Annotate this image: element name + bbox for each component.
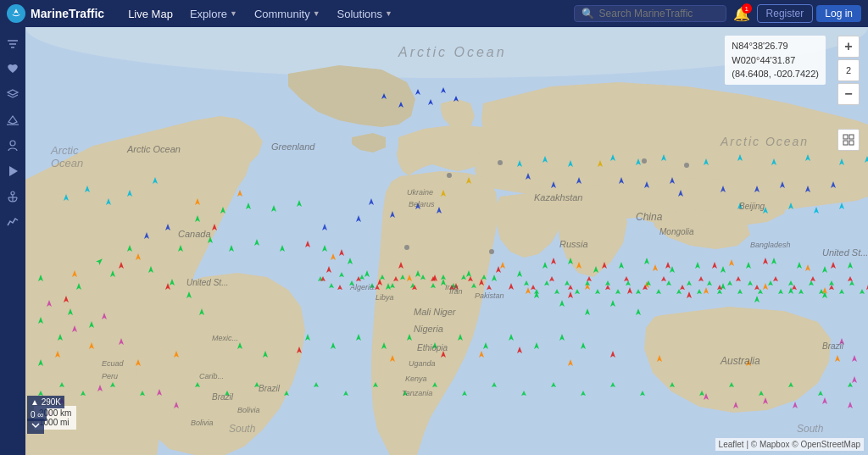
svg-text:South: South [797, 423, 824, 435]
person-button[interactable] [3, 136, 23, 156]
svg-line-4 [8, 95, 13, 97]
svg-text:Bolivia: Bolivia [237, 406, 260, 414]
svg-text:Tanzania: Tanzania [402, 389, 432, 397]
svg-text:Peru: Peru [102, 372, 118, 380]
svg-text:United St...: United St... [186, 278, 228, 287]
coordinates-display: N84°38'26.79 W020°44'31.87 (84.6408, -02… [725, 36, 826, 85]
svg-text:China: China [636, 211, 663, 223]
svg-rect-363 [849, 141, 854, 145]
svg-text:Ocean: Ocean [51, 157, 83, 169]
svg-point-203 [447, 173, 452, 178]
svg-marker-3 [8, 90, 18, 95]
svg-text:Arctic Ocean: Arctic Ocean [398, 45, 507, 59]
svg-text:Belarus: Belarus [409, 200, 435, 208]
solutions-arrow: ▼ [385, 9, 392, 18]
explore-arrow: ▼ [230, 9, 237, 18]
svg-text:Uganda: Uganda [409, 359, 436, 368]
zoom-in-button[interactable]: + [837, 36, 860, 58]
login-button[interactable]: Log in [816, 5, 861, 22]
layers-button[interactable] [3, 85, 23, 105]
zoom-controls: + 2 − [837, 36, 860, 105]
nav-explore[interactable]: Explore ▼ [183, 0, 244, 27]
svg-text:Iraq: Iraq [445, 283, 459, 291]
play-button[interactable] [3, 161, 23, 181]
vessels-button[interactable] [3, 110, 23, 130]
nav-solutions[interactable]: Solutions ▼ [331, 0, 399, 27]
notification-badge: 1 [742, 3, 752, 14]
svg-text:Bolivia: Bolivia [191, 419, 214, 427]
svg-text:Mexic...: Mexic... [212, 334, 238, 342]
map-style-button[interactable] [837, 129, 860, 151]
svg-text:Mongolia: Mongolia [659, 227, 694, 236]
logo-icon [7, 4, 25, 23]
svg-point-202 [498, 160, 503, 165]
vessel-counter: ▲ 290K [27, 396, 64, 408]
svg-text:Ukraine: Ukraine [407, 188, 433, 197]
svg-text:United St...: United St... [822, 247, 868, 258]
logo-text: MarineTraffic [31, 7, 104, 20]
nav-live-map[interactable]: Live Map [121, 0, 180, 27]
svg-text:Algeria: Algeria [349, 283, 374, 291]
svg-text:Kazakhstan: Kazakhstan [534, 192, 582, 203]
header: MarineTraffic Live Map Explore ▼ Communi… [0, 0, 868, 27]
svg-text:Mali Niger: Mali Niger [414, 307, 457, 317]
svg-rect-361 [849, 135, 854, 139]
lat-coord: N84°38'26.79 [732, 39, 819, 53]
community-arrow: ▼ [313, 9, 320, 18]
svg-rect-362 [843, 141, 848, 145]
notifications-button[interactable]: 🔔 1 [730, 2, 754, 25]
svg-point-200 [642, 158, 647, 164]
logo-area[interactable]: MarineTraffic [7, 4, 104, 23]
svg-text:Libya: Libya [376, 293, 394, 302]
svg-text:Russia: Russia [559, 239, 588, 249]
svg-rect-360 [843, 135, 848, 139]
svg-text:Nigeria: Nigeria [414, 324, 443, 334]
search-input[interactable] [599, 8, 719, 19]
anchor-button[interactable] [3, 186, 23, 207]
svg-point-205 [489, 249, 494, 254]
register-button[interactable]: Register [757, 4, 814, 23]
svg-text:Bangladesh: Bangladesh [750, 241, 791, 249]
svg-text:Ethiopia: Ethiopia [417, 343, 448, 352]
lon-coord: W020°44'31.87 [732, 53, 819, 68]
svg-text:Arctic Ocean: Arctic Ocean [126, 144, 181, 154]
svg-text:Canada: Canada [178, 229, 211, 239]
search-area[interactable]: 🔍 [574, 5, 726, 22]
svg-point-9 [11, 191, 14, 195]
svg-point-7 [10, 141, 15, 146]
svg-text:Beijing: Beijing [739, 202, 765, 211]
world-map: Arctic Ocean Greenland Canada United St.… [25, 27, 868, 455]
expand-button[interactable] [27, 419, 44, 434]
svg-text:Brazil: Brazil [259, 384, 281, 393]
svg-text:Arctic Ocean: Arctic Ocean [720, 135, 809, 148]
zoom-out-button[interactable]: − [837, 83, 860, 105]
svg-text:Arctic: Arctic [50, 144, 79, 157]
svg-text:Brazil: Brazil [212, 392, 234, 402]
svg-text:Ecuad: Ecuad [102, 359, 125, 368]
svg-text:Australia: Australia [720, 355, 760, 367]
svg-text:Greenland: Greenland [271, 141, 315, 152]
svg-line-5 [13, 95, 18, 97]
analytics-button[interactable] [3, 212, 23, 232]
decimal-coord: (84.6408, -020.7422) [732, 67, 819, 81]
svg-marker-8 [9, 166, 18, 176]
sidebar [0, 27, 25, 455]
map-attribution: Leaflet | © Mapbox © OpenStreetMap [715, 438, 864, 451]
svg-point-201 [684, 163, 689, 168]
map-container[interactable]: Arctic Ocean Greenland Canada United St.… [25, 27, 868, 455]
filter-button[interactable] [3, 34, 23, 54]
svg-text:Pakistan: Pakistan [475, 291, 504, 300]
svg-text:Kenya: Kenya [405, 375, 427, 383]
svg-text:Carib...: Carib... [199, 372, 224, 380]
search-icon: 🔍 [581, 8, 594, 19]
svg-text:South: South [229, 423, 256, 435]
svg-point-204 [404, 245, 409, 250]
svg-text:Brazil: Brazil [822, 341, 844, 351]
favorites-button[interactable] [3, 59, 23, 80]
zoom-level-button[interactable]: 2 [837, 59, 860, 81]
nav-community[interactable]: Community ▼ [248, 0, 327, 27]
